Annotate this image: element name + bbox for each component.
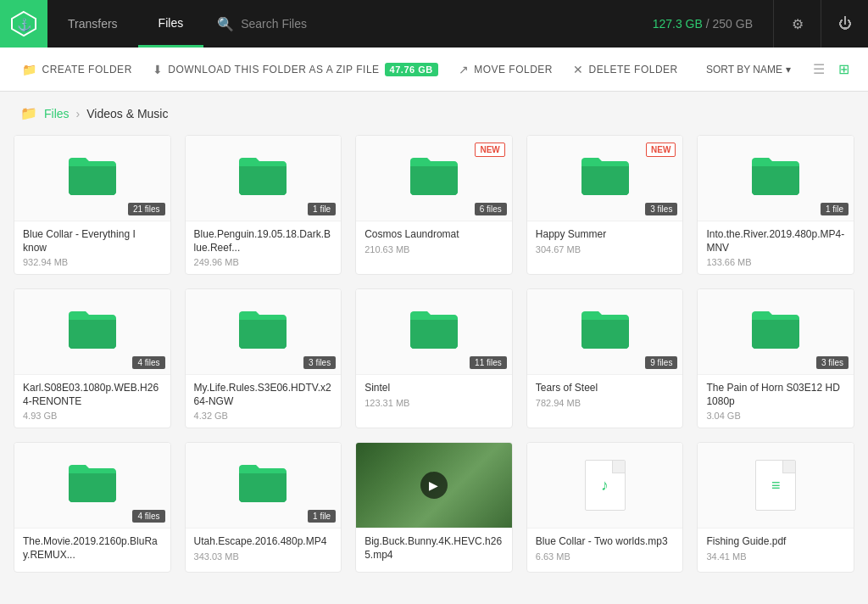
pdf-thumbnail: ≡ bbox=[698, 443, 854, 528]
file-size: 133.66 MB bbox=[706, 257, 845, 267]
power-button[interactable]: ⏻ bbox=[821, 0, 868, 48]
sort-button[interactable]: SORT BY NAME ▾ bbox=[699, 60, 798, 79]
file-item[interactable]: 21 files Blue Collar - Everything I know… bbox=[14, 135, 171, 275]
file-size: 210.63 MB bbox=[364, 244, 504, 254]
folder-thumbnail: 3 files bbox=[186, 289, 342, 374]
file-info: Happy Summer 304.67 MB bbox=[527, 221, 683, 261]
file-item[interactable]: 1 file Into.the.River.2019.480p.MP4-MNV … bbox=[697, 135, 854, 275]
search-input[interactable] bbox=[241, 17, 410, 31]
breadcrumb-root-link[interactable]: Files bbox=[44, 107, 70, 120]
file-item[interactable]: 6 files NEW Cosmos Laundromat 210.63 MB bbox=[355, 135, 513, 275]
file-name: The Pain of Horn S03E12 HD 1080p bbox=[706, 382, 845, 408]
file-size: 3.04 GB bbox=[706, 411, 845, 421]
storage-separator: / bbox=[706, 17, 713, 31]
document-icon: ≡ bbox=[771, 477, 781, 495]
breadcrumb-current: Videos & Music bbox=[86, 107, 168, 120]
file-item[interactable]: ▶ Big.Buck.Bunny.4K.HEVC.h265.mp4 bbox=[355, 442, 513, 572]
file-item[interactable]: ♪ Blue Collar - Two worlds.mp3 6.63 MB bbox=[526, 442, 684, 572]
file-item[interactable]: 1 file Utah.Escape.2016.480p.MP4 343.03 … bbox=[185, 442, 342, 572]
breadcrumb: 📁 Files › Videos & Music bbox=[0, 92, 868, 128]
file-name: Tears of Steel bbox=[536, 382, 675, 395]
folder-thumbnail: 3 files bbox=[698, 289, 854, 374]
grid-icon: ⊞ bbox=[838, 62, 849, 76]
folder-thumbnail: 1 file bbox=[186, 136, 342, 221]
file-name: Utah.Escape.2016.480p.MP4 bbox=[194, 535, 333, 549]
grid-view-button[interactable]: ⊞ bbox=[833, 58, 854, 81]
file-count-badge: 9 files bbox=[645, 356, 677, 369]
nav-tab-files[interactable]: Files bbox=[138, 0, 204, 48]
file-size: 6.63 MB bbox=[536, 551, 675, 562]
file-name: Fishing Guide.pdf bbox=[706, 535, 845, 549]
music-icon: ♪ bbox=[601, 477, 609, 495]
gear-icon: ⚙ bbox=[792, 16, 804, 32]
file-count-badge: 11 files bbox=[470, 356, 507, 369]
file-info: Blue Collar - Everything I know 932.94 M… bbox=[14, 221, 170, 274]
move-folder-button[interactable]: ↗ MOVE FOLDER bbox=[450, 58, 561, 81]
file-item[interactable]: 3 files My.Life.Rules.S3E06.HDTV.x264-NG… bbox=[185, 288, 342, 428]
file-name: Blue Collar - Two worlds.mp3 bbox=[536, 535, 675, 549]
logo[interactable]: ⚓ bbox=[0, 0, 47, 48]
file-count-badge: 3 files bbox=[303, 356, 336, 369]
file-item[interactable]: 4 files Karl.S08E03.1080p.WEB.H264-RENON… bbox=[14, 288, 171, 428]
file-name: Blue.Penguin.19.05.18.Dark.Blue.Reef... bbox=[194, 228, 333, 254]
file-info: Tears of Steel 782.94 MB bbox=[527, 374, 683, 415]
toolbar: 📁 CREATE FOLDER ⬇ DOWNLOAD THIS FOLDER A… bbox=[0, 48, 868, 92]
file-item[interactable]: 4 files The.Movie.2019.2160p.BluRay.REMU… bbox=[14, 442, 171, 572]
create-folder-button[interactable]: 📁 CREATE FOLDER bbox=[14, 58, 141, 81]
folder-icon bbox=[580, 306, 631, 357]
folder-icon bbox=[750, 306, 801, 357]
zip-size-badge: 47.76 GB bbox=[385, 63, 438, 76]
folder-thumbnail: 9 files bbox=[527, 289, 683, 374]
file-count-badge: 21 files bbox=[128, 203, 165, 215]
file-info: My.Life.Rules.S3E06.HDTV.x264-NGW 4.32 G… bbox=[186, 374, 342, 428]
storage-info: 127.3 GB / 250 GB bbox=[632, 17, 773, 31]
download-zip-button[interactable]: ⬇ DOWNLOAD THIS FOLDER AS A ZIP FILE 47.… bbox=[144, 58, 447, 81]
file-name: The.Movie.2019.2160p.BluRay.REMUX... bbox=[23, 535, 162, 562]
download-icon: ⬇ bbox=[153, 63, 164, 76]
folder-icon bbox=[580, 153, 631, 204]
new-badge: NEW bbox=[475, 143, 504, 157]
nav-tab-transfers[interactable]: Transfers bbox=[47, 0, 138, 48]
search-area: 🔍 bbox=[203, 16, 632, 32]
settings-button[interactable]: ⚙ bbox=[773, 0, 821, 48]
file-item[interactable]: 11 files Sintel 123.31 MB bbox=[355, 288, 513, 428]
file-name: Into.the.River.2019.480p.MP4-MNV bbox=[706, 228, 845, 254]
top-nav: ⚓ Transfers Files 🔍 127.3 GB / 250 GB ⚙ … bbox=[0, 0, 868, 48]
svg-text:⚓: ⚓ bbox=[17, 18, 32, 32]
search-box: 🔍 bbox=[217, 16, 410, 32]
folder-icon bbox=[67, 306, 118, 357]
file-name: My.Life.Rules.S3E06.HDTV.x264-NGW bbox=[194, 382, 333, 408]
file-item[interactable]: 1 file Blue.Penguin.19.05.18.Dark.Blue.R… bbox=[185, 135, 342, 275]
folder-icon bbox=[750, 153, 801, 204]
file-count-badge: 6 files bbox=[475, 203, 507, 215]
view-toggle: ☰ ⊞ bbox=[808, 58, 854, 81]
nav-tabs: Transfers Files bbox=[47, 0, 203, 48]
file-count-badge: 1 file bbox=[821, 203, 849, 215]
file-item[interactable]: 3 files The Pain of Horn S03E12 HD 1080p… bbox=[697, 288, 854, 428]
file-count-badge: 1 file bbox=[308, 510, 336, 523]
new-badge: NEW bbox=[646, 143, 676, 157]
breadcrumb-folder-icon: 📁 bbox=[20, 105, 37, 121]
delete-folder-button[interactable]: ✕ DELETE FOLDER bbox=[565, 58, 687, 81]
file-count-badge: 3 files bbox=[645, 203, 677, 215]
folder-thumbnail: 1 file bbox=[186, 443, 342, 528]
folder-thumbnail: 6 files NEW bbox=[356, 136, 512, 221]
play-icon: ▶ bbox=[420, 472, 448, 499]
file-info: Karl.S08E03.1080p.WEB.H264-RENONTE 4.93 … bbox=[14, 374, 170, 428]
file-size: 4.93 GB bbox=[23, 411, 162, 421]
file-name: Happy Summer bbox=[536, 228, 675, 242]
storage-used: 127.3 GB bbox=[653, 17, 703, 31]
folder-thumbnail: 4 files bbox=[14, 289, 170, 374]
file-count-badge: 1 file bbox=[308, 203, 336, 215]
file-item[interactable]: 3 files NEW Happy Summer 304.67 MB bbox=[526, 135, 684, 275]
file-count-badge: 4 files bbox=[132, 510, 164, 523]
file-size: 249.96 MB bbox=[194, 257, 333, 267]
list-view-button[interactable]: ☰ bbox=[808, 58, 830, 81]
file-item[interactable]: ≡ Fishing Guide.pdf 34.41 MB bbox=[697, 442, 854, 572]
list-icon: ☰ bbox=[813, 62, 825, 76]
file-size: 782.94 MB bbox=[536, 398, 675, 408]
file-name: Cosmos Laundromat bbox=[364, 228, 504, 242]
folder-thumbnail: 1 file bbox=[698, 136, 854, 221]
file-item[interactable]: 9 files Tears of Steel 782.94 MB bbox=[526, 288, 684, 428]
folder-thumbnail: 4 files bbox=[14, 443, 170, 528]
